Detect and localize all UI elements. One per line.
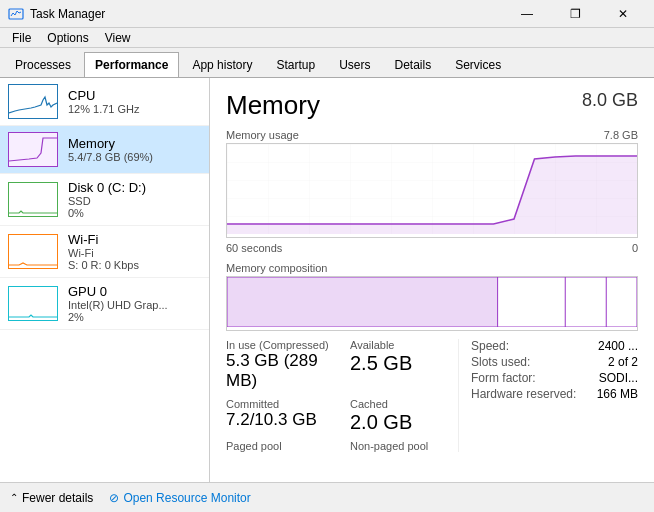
stat-speed-row: Speed: 2400 ... bbox=[471, 339, 638, 353]
tab-startup[interactable]: Startup bbox=[265, 52, 326, 77]
app-icon bbox=[8, 6, 24, 22]
chevron-down-icon: ⌃ bbox=[10, 492, 18, 503]
minimize-button[interactable]: — bbox=[504, 0, 550, 28]
memory-usage-chart bbox=[226, 143, 638, 238]
open-resource-monitor-link[interactable]: ⊘ Open Resource Monitor bbox=[109, 491, 250, 505]
gpu-subtitle1: Intel(R) UHD Grap... bbox=[68, 299, 201, 311]
title-bar: Task Manager — ❐ ✕ bbox=[0, 0, 654, 28]
usage-chart-label: Memory usage 7.8 GB bbox=[226, 129, 638, 141]
content-header: Memory 8.0 GB bbox=[226, 90, 638, 121]
memory-thumbnail bbox=[8, 132, 58, 167]
tab-processes[interactable]: Processes bbox=[4, 52, 82, 77]
stat-cached: Cached 2.0 GB bbox=[350, 398, 458, 434]
tab-details[interactable]: Details bbox=[383, 52, 442, 77]
restore-button[interactable]: ❐ bbox=[552, 0, 598, 28]
monitor-icon: ⊘ bbox=[109, 491, 119, 505]
stat-slots-row: Slots used: 2 of 2 bbox=[471, 355, 638, 369]
content-panel: Memory 8.0 GB Memory usage 7.8 GB bbox=[210, 78, 654, 482]
stat-in-use: In use (Compressed) 5.3 GB (289 MB) bbox=[226, 339, 334, 392]
tab-services[interactable]: Services bbox=[444, 52, 512, 77]
sidebar-item-wifi[interactable]: Wi-Fi Wi-Fi S: 0 R: 0 Kbps bbox=[0, 226, 209, 278]
cpu-thumbnail bbox=[8, 84, 58, 119]
disk-subtitle1: SSD bbox=[68, 195, 201, 207]
chart-footer: 60 seconds 0 bbox=[226, 242, 638, 254]
disk-title: Disk 0 (C: D:) bbox=[68, 180, 201, 195]
fewer-details-button[interactable]: ⌃ Fewer details bbox=[10, 491, 93, 505]
menu-bar: File Options View bbox=[0, 28, 654, 48]
sidebar-item-gpu[interactable]: GPU 0 Intel(R) UHD Grap... 2% bbox=[0, 278, 209, 330]
window-controls: — ❐ ✕ bbox=[504, 0, 646, 28]
sidebar-item-cpu[interactable]: CPU 12% 1.71 GHz bbox=[0, 78, 209, 126]
gpu-title: GPU 0 bbox=[68, 284, 201, 299]
wifi-thumbnail bbox=[8, 234, 58, 269]
tab-bar: Processes Performance App history Startu… bbox=[0, 48, 654, 78]
close-button[interactable]: ✕ bbox=[600, 0, 646, 28]
wifi-title: Wi-Fi bbox=[68, 232, 201, 247]
status-bar: ⌃ Fewer details ⊘ Open Resource Monitor bbox=[0, 482, 654, 512]
memory-composition-chart bbox=[226, 276, 638, 331]
stat-committed: Committed 7.2/10.3 GB bbox=[226, 398, 334, 434]
total-memory: 8.0 GB bbox=[582, 90, 638, 111]
menu-options[interactable]: Options bbox=[39, 29, 96, 47]
stat-nonpaged: Non-paged pool bbox=[350, 440, 458, 452]
composition-label: Memory composition bbox=[226, 262, 638, 274]
main-area: CPU 12% 1.71 GHz Memory 5.4/7.8 GB (69%) bbox=[0, 78, 654, 482]
cpu-subtitle: 12% 1.71 GHz bbox=[68, 103, 201, 115]
stat-form-row: Form factor: SODI... bbox=[471, 371, 638, 385]
left-stats: In use (Compressed) 5.3 GB (289 MB) Avai… bbox=[226, 339, 458, 452]
stat-available: Available 2.5 GB bbox=[350, 339, 458, 392]
window-title: Task Manager bbox=[30, 7, 504, 21]
stats-area: In use (Compressed) 5.3 GB (289 MB) Avai… bbox=[226, 339, 638, 452]
gpu-thumbnail bbox=[8, 286, 58, 321]
svg-rect-6 bbox=[227, 277, 498, 327]
sidebar-item-disk[interactable]: Disk 0 (C: D:) SSD 0% bbox=[0, 174, 209, 226]
disk-subtitle2: 0% bbox=[68, 207, 201, 219]
stat-reserved-row: Hardware reserved: 166 MB bbox=[471, 387, 638, 401]
sidebar-item-memory[interactable]: Memory 5.4/7.8 GB (69%) bbox=[0, 126, 209, 174]
right-stats: Speed: 2400 ... Slots used: 2 of 2 Form … bbox=[458, 339, 638, 452]
memory-subtitle: 5.4/7.8 GB (69%) bbox=[68, 151, 201, 163]
memory-title: Memory bbox=[68, 136, 201, 151]
menu-view[interactable]: View bbox=[97, 29, 139, 47]
menu-file[interactable]: File bbox=[4, 29, 39, 47]
cpu-title: CPU bbox=[68, 88, 201, 103]
wifi-subtitle2: S: 0 R: 0 Kbps bbox=[68, 259, 201, 271]
gpu-subtitle2: 2% bbox=[68, 311, 201, 323]
page-title: Memory bbox=[226, 90, 320, 121]
tab-app-history[interactable]: App history bbox=[181, 52, 263, 77]
tab-users[interactable]: Users bbox=[328, 52, 381, 77]
tab-performance[interactable]: Performance bbox=[84, 52, 179, 77]
disk-thumbnail bbox=[8, 182, 58, 217]
wifi-subtitle1: Wi-Fi bbox=[68, 247, 201, 259]
sidebar: CPU 12% 1.71 GHz Memory 5.4/7.8 GB (69%) bbox=[0, 78, 210, 482]
stat-paged: Paged pool bbox=[226, 440, 334, 452]
